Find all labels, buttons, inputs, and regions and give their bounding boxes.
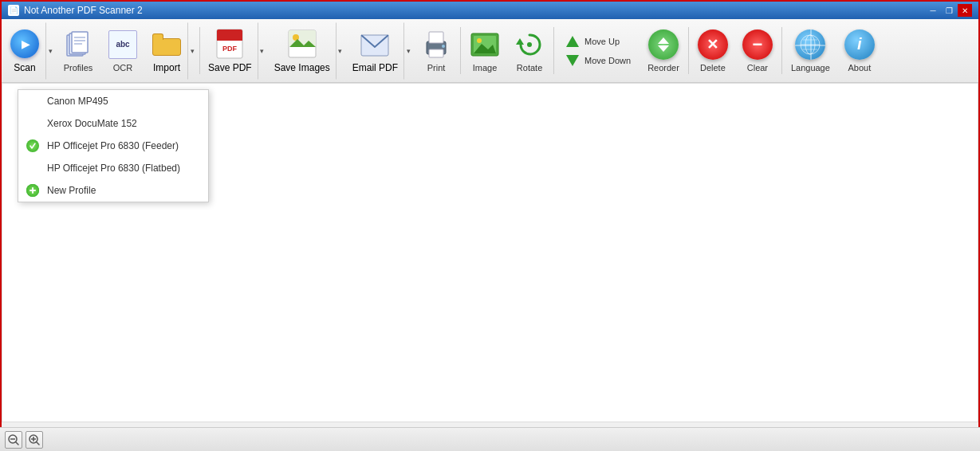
save-images-button[interactable]: Save Images <box>269 22 336 80</box>
language-icon <box>795 29 825 60</box>
dropdown-item-xerox[interactable]: Xerox DocuMate 152 <box>18 112 208 135</box>
dropdown-item-new-profile[interactable]: New Profile <box>18 179 208 202</box>
save-images-icon <box>288 29 317 58</box>
close-button[interactable]: ✕ <box>958 4 972 17</box>
profiles-button[interactable]: Profiles <box>56 22 100 79</box>
move-up-button[interactable]: Move Up <box>562 33 634 49</box>
save-images-icon-container <box>287 29 317 59</box>
about-icon: i <box>844 29 875 60</box>
email-pdf-button[interactable]: Email PDF <box>347 22 403 80</box>
email-pdf-dropdown-arrow[interactable] <box>403 22 413 80</box>
rotate-icon-container <box>514 29 545 60</box>
about-icon-container: i <box>844 29 875 60</box>
about-button[interactable]: i About <box>837 22 882 79</box>
svg-marker-23 <box>516 38 524 45</box>
minimize-button[interactable]: ─ <box>926 4 940 17</box>
dropdown-item-canon-label: Canon MP495 <box>47 96 108 107</box>
import-dropdown-arrow[interactable] <box>187 22 197 80</box>
svg-marker-28 <box>658 45 669 52</box>
svg-marker-26 <box>566 55 579 66</box>
language-icon-container <box>795 29 825 60</box>
separator-2 <box>460 27 461 74</box>
move-down-button[interactable]: Move Down <box>562 53 634 69</box>
separator-5 <box>781 27 782 74</box>
title-bar-left: 📄 Not Another PDF Scanner 2 <box>8 5 143 16</box>
scan-icon-container <box>10 29 40 59</box>
ocr-label: OCR <box>113 63 132 73</box>
toolbar: Scan Profiles abc OCR <box>2 19 978 83</box>
profiles-icon-container <box>63 29 93 60</box>
svg-line-40 <box>37 441 40 445</box>
import-split-button: Import <box>146 22 197 80</box>
active-indicator <box>26 139 39 152</box>
save-images-dropdown-arrow[interactable] <box>336 22 345 80</box>
svg-text:PDF: PDF <box>222 45 238 53</box>
zoom-in-icon <box>29 434 40 445</box>
svg-rect-8 <box>217 36 242 41</box>
dropdown-item-hp-feeder[interactable]: HP Officejet Pro 6830 (Feeder) <box>18 135 208 157</box>
clear-button[interactable]: Clear <box>735 22 780 79</box>
save-images-label: Save Images <box>274 62 330 73</box>
rotate-label: Rotate <box>517 63 542 73</box>
reorder-button[interactable]: Reorder <box>640 22 687 79</box>
import-icon-container <box>152 29 182 59</box>
language-label: Language <box>791 63 830 73</box>
svg-rect-16 <box>429 32 443 43</box>
scan-button[interactable]: Scan <box>4 22 45 80</box>
profiles-icon <box>64 30 92 59</box>
image-icon-container <box>470 29 500 60</box>
move-down-label: Move Down <box>584 56 631 65</box>
delete-button[interactable]: Delete <box>691 22 735 79</box>
svg-marker-25 <box>566 36 579 47</box>
zoom-in-button[interactable] <box>26 431 43 449</box>
separator-3 <box>553 27 554 74</box>
print-button[interactable]: Print <box>414 22 459 79</box>
dropdown-item-xerox-label: Xerox DocuMate 152 <box>47 118 137 129</box>
save-pdf-label: Save PDF <box>208 62 252 73</box>
about-label: About <box>848 63 871 73</box>
scan-dropdown-arrow[interactable] <box>45 22 55 80</box>
checkmark-icon <box>29 142 37 150</box>
delete-icon-container <box>698 29 728 60</box>
globe-icon <box>799 33 821 56</box>
reorder-arrows-icon <box>655 36 672 53</box>
move-up-label: Move Up <box>584 37 620 46</box>
dropdown-item-hp-flatbed[interactable]: HP Officejet Pro 6830 (Flatbed) <box>18 157 208 179</box>
clear-label: Clear <box>747 63 768 73</box>
dropdown-item-hp-feeder-label: HP Officejet Pro 6830 (Feeder) <box>47 140 179 151</box>
delete-icon <box>698 29 728 60</box>
ocr-icon-container: abc <box>108 29 138 60</box>
move-up-icon <box>565 35 580 48</box>
window-controls: ─ ❐ ✕ <box>926 4 972 17</box>
new-profile-indicator <box>26 184 39 197</box>
reorder-icon-container <box>648 29 679 60</box>
language-button[interactable]: Language <box>784 22 837 79</box>
rotate-icon <box>515 30 544 59</box>
save-pdf-split-button: PDF Save PDF <box>203 22 267 80</box>
print-icon-container <box>421 29 451 60</box>
image-button[interactable]: Image <box>462 22 507 79</box>
svg-point-18 <box>442 45 445 48</box>
save-pdf-dropdown-arrow[interactable] <box>258 22 267 80</box>
profiles-label: Profiles <box>64 63 93 73</box>
ocr-icon: abc <box>108 30 137 59</box>
print-icon <box>422 30 451 59</box>
svg-rect-17 <box>429 49 443 57</box>
zoom-out-button[interactable] <box>5 431 22 449</box>
restore-button[interactable]: ❐ <box>942 4 956 17</box>
scan-dropdown-menu: Canon MP495 Xerox DocuMate 152 HP Office… <box>18 89 209 202</box>
save-pdf-button[interactable]: PDF Save PDF <box>203 22 258 80</box>
clear-icon <box>742 29 773 60</box>
import-icon <box>152 32 181 56</box>
move-down-icon <box>565 54 580 67</box>
ocr-button[interactable]: abc OCR <box>100 22 145 79</box>
svg-point-29 <box>801 35 820 54</box>
email-pdf-split-button: Email PDF <box>347 22 413 80</box>
rotate-button[interactable]: Rotate <box>507 22 552 79</box>
image-icon <box>470 30 499 59</box>
dropdown-item-canon[interactable]: Canon MP495 <box>18 90 208 112</box>
import-button[interactable]: Import <box>146 22 187 80</box>
zoom-out-icon <box>8 434 19 445</box>
svg-line-37 <box>16 441 19 445</box>
dropdown-item-hp-flatbed-label: HP Officejet Pro 6830 (Flatbed) <box>47 163 180 174</box>
